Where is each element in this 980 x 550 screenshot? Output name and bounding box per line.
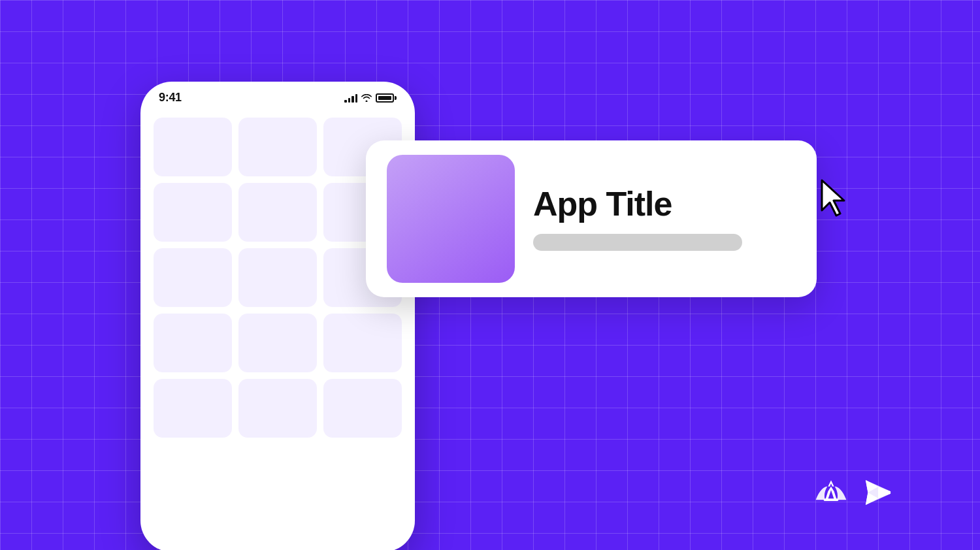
battery-icon [376, 93, 397, 103]
grid-cell [238, 314, 317, 372]
grid-cell [238, 183, 317, 242]
appstore-icon [813, 474, 849, 511]
status-icons [344, 93, 397, 103]
grid-cell [154, 118, 232, 176]
app-title: App Title [533, 187, 796, 221]
grid-cell [154, 183, 232, 242]
grid-cell [154, 248, 232, 307]
grid-cell [323, 379, 402, 438]
cursor-icon [819, 178, 852, 217]
grid-cell [154, 314, 232, 372]
app-info: App Title [533, 187, 796, 251]
signal-icon [344, 93, 357, 103]
app-icon [387, 155, 515, 283]
wifi-icon [361, 94, 372, 102]
grid-cell [238, 248, 317, 307]
grid-cell [238, 118, 317, 176]
app-card: App Title [366, 140, 817, 297]
grid-cell [323, 314, 402, 372]
store-icons [813, 474, 895, 511]
grid-cell [238, 379, 317, 438]
status-bar: 9:41 [140, 82, 415, 110]
grid-cell [154, 379, 232, 438]
app-subtitle-bar [533, 234, 742, 251]
playstore-icon [861, 476, 895, 510]
phone-time: 9:41 [159, 91, 182, 105]
